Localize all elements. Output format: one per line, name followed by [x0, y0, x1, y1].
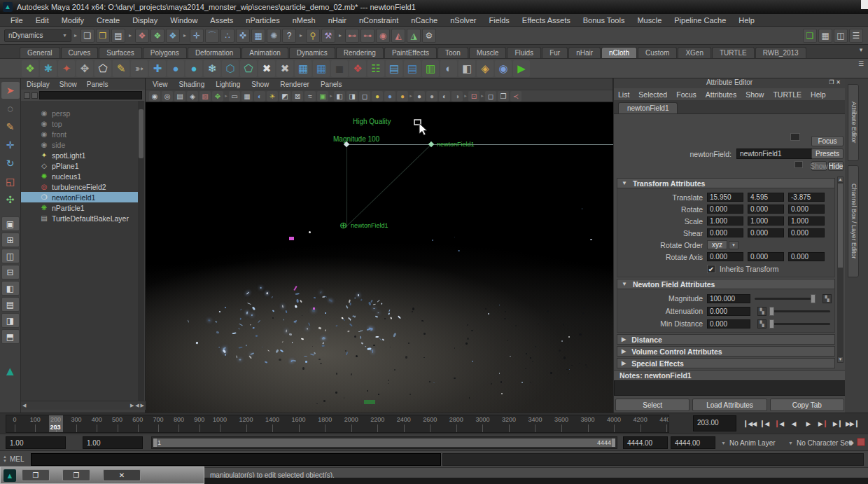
range-slider[interactable]: 1 4444: [151, 436, 617, 449]
step-forward-frame-button[interactable]: ▶❙: [830, 415, 845, 431]
render-view-icon[interactable]: ◉: [376, 29, 390, 43]
script-editor-icon[interactable]: ☰: [849, 29, 863, 43]
rotate-axis-field-y[interactable]: 0.000: [748, 252, 784, 261]
scroll-left-icon[interactable]: ◀: [22, 403, 26, 408]
select-object-icon[interactable]: ❖: [150, 29, 164, 43]
resolution-gate-icon[interactable]: ⊡: [468, 91, 479, 102]
outliner-horizontal-scrollbar[interactable]: ◀ ▶ ◀ ▶: [21, 401, 146, 410]
menu-edit[interactable]: Edit: [29, 16, 55, 25]
frame-view-icon[interactable]: ❐: [498, 91, 509, 102]
shadows-icon[interactable]: ◩: [279, 91, 290, 102]
step-back-key-button[interactable]: ❙◀: [771, 415, 786, 431]
create-ncloth-icon[interactable]: ❖: [22, 60, 38, 77]
viewport-menu-show[interactable]: Show: [251, 81, 269, 88]
command-line-mode-label[interactable]: MEL: [10, 455, 24, 463]
menu-nhair[interactable]: nHair: [322, 16, 353, 25]
min-distance-map-button[interactable]: ▚: [757, 319, 766, 329]
multisample-icon[interactable]: ▣: [317, 91, 328, 102]
tab-attribute-editor[interactable]: Attribute Editor: [848, 84, 859, 161]
menu-assets[interactable]: Assets: [204, 16, 239, 25]
slider-handle[interactable]: [811, 294, 816, 303]
menu-nconstraint[interactable]: nConstraint: [353, 16, 405, 25]
shelf-tab-rendering[interactable]: Rendering: [336, 47, 384, 58]
gray-ball-3-icon[interactable]: ◐: [439, 91, 450, 102]
outliner-item-turtledefaultbakelayer[interactable]: ▤TurtleDefaultBakeLayer: [21, 213, 139, 223]
ao-icon[interactable]: ⊠: [292, 91, 303, 102]
shear-field-y[interactable]: 0.000: [748, 228, 784, 237]
attenuation-map-button[interactable]: ▚: [757, 307, 766, 316]
grid-display-icon[interactable]: ▦: [818, 29, 832, 43]
shelf-tab-surfaces[interactable]: Surfaces: [99, 47, 141, 58]
nconstraint-component-icon[interactable]: ➳: [131, 60, 148, 77]
display-input-mesh-icon[interactable]: ✥: [76, 60, 93, 77]
select-hierarchy-icon[interactable]: ❖: [135, 29, 149, 43]
shelf-tab-curves[interactable]: Curves: [61, 47, 99, 58]
isolate-select-icon[interactable]: ◧: [334, 91, 345, 102]
menu-pipeline-cache[interactable]: Pipeline Cache: [668, 16, 732, 25]
animation-start-field[interactable]: 1.00: [6, 436, 66, 449]
outliner-item-turbulencefield2[interactable]: ◎turbulenceField2: [21, 181, 139, 192]
outliner-menu-show[interactable]: Show: [59, 81, 77, 88]
animation-end-field[interactable]: 4444.00: [671, 436, 715, 449]
anim-layer-dropdown[interactable]: ▼No Anim Layer: [721, 436, 783, 449]
ae-menu-turtle[interactable]: TURTLE: [773, 90, 802, 99]
image-plane-icon[interactable]: ▧: [200, 91, 211, 102]
nconstraint-transform-icon[interactable]: ⬡: [222, 60, 239, 77]
shelf-tab-turtle[interactable]: TURTLE: [712, 47, 755, 58]
snap-surface-icon[interactable]: ✜: [236, 29, 250, 43]
go-to-end-button[interactable]: ▶▶❙: [845, 415, 860, 431]
render-current-frame-icon[interactable]: ◭: [391, 29, 405, 43]
move-tool-icon[interactable]: ✛: [1, 137, 20, 153]
minimize-button[interactable]: ❒: [22, 469, 50, 481]
menu-nmesh[interactable]: nMesh: [286, 16, 322, 25]
nconstraint-disable-icon[interactable]: ✖: [276, 60, 293, 77]
shelf-tab-rwb-2013[interactable]: RWB_2013: [755, 47, 806, 58]
separator-handle[interactable]: ▸: [127, 29, 133, 43]
mirror-geometry-icon[interactable]: ◧: [458, 60, 475, 77]
shear-field-z[interactable]: 0.000: [788, 228, 825, 237]
outliner-item-pplane1[interactable]: ◇pPlane1: [21, 160, 139, 171]
outliner-search-input[interactable]: [39, 91, 142, 99]
min-distance-field[interactable]: 0.000: [707, 319, 750, 329]
menu-nsolver[interactable]: nSolver: [444, 16, 482, 25]
select-component-icon[interactable]: ❖: [166, 29, 180, 43]
slider-handle[interactable]: [769, 307, 774, 316]
command-line-switch-icon[interactable]: ▲▼: [3, 455, 7, 463]
paint-vertex-icon[interactable]: ▤: [404, 60, 421, 77]
paint-attractors-icon[interactable]: ✎: [113, 60, 130, 77]
outliner-item-top[interactable]: ◉top: [21, 118, 139, 129]
section-transform-attributes[interactable]: ▼Transform Attributes: [617, 178, 835, 188]
shelf-tab-muscle[interactable]: Muscle: [469, 47, 507, 58]
section-special-effects[interactable]: ▶Special Effects: [617, 358, 835, 368]
outliner-item-nparticle1[interactable]: ❋nParticle1: [21, 202, 139, 213]
wire-on-shaded-icon[interactable]: ◻: [359, 91, 370, 102]
snap-curve-icon[interactable]: ⌒: [205, 29, 219, 43]
close-button[interactable]: ✕: [103, 469, 141, 481]
outliner-sort-icon[interactable]: [31, 92, 38, 99]
highlight-selection-mode-icon[interactable]: ❏: [803, 29, 817, 43]
gray-ball-2-icon[interactable]: ●: [426, 91, 438, 102]
translate-field-z[interactable]: -3.875: [788, 193, 825, 202]
paint-select-tool-icon[interactable]: ✎: [1, 118, 20, 135]
interactive-playback-icon[interactable]: ▤: [386, 60, 402, 77]
menu-muscle[interactable]: Muscle: [631, 16, 668, 25]
scale-field-y[interactable]: 1.000: [748, 216, 784, 226]
outliner-item-side[interactable]: ◉side: [21, 139, 139, 150]
outliner-menu-panels[interactable]: Panels: [87, 81, 108, 88]
shelf-tab-general[interactable]: General: [20, 47, 60, 58]
section-volume-control-attributes[interactable]: ▶Volume Control Attributes: [617, 346, 835, 357]
scale-field-x[interactable]: 1.000: [707, 216, 743, 226]
ramp-ball-icon[interactable]: ●: [397, 91, 408, 102]
ae-menu-list[interactable]: List: [618, 90, 629, 99]
newton-field-locator-icon[interactable]: ⊕: [340, 220, 347, 230]
key-icon[interactable]: ◆: [848, 438, 854, 446]
ipr-render-icon[interactable]: ◮: [407, 29, 421, 43]
shaded-icon[interactable]: ▦: [241, 91, 253, 102]
auto-keyframe-icon[interactable]: [857, 438, 865, 446]
universal-manipulator-icon[interactable]: ✣: [1, 191, 20, 208]
snap-point-icon[interactable]: ∴: [220, 29, 234, 43]
render-settings-icon[interactable]: ⚙: [422, 29, 436, 43]
scale-tool-icon[interactable]: ◱: [1, 173, 20, 190]
lights-icon[interactable]: ☀: [267, 91, 278, 102]
nconstraint-force-icon[interactable]: ⬠: [240, 60, 257, 77]
